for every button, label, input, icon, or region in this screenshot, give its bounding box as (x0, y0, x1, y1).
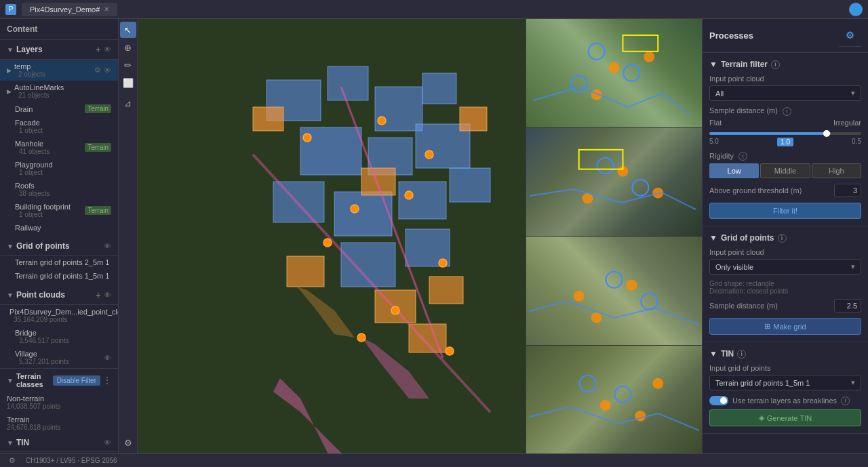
layer-sub: 2 objects (14, 70, 92, 78)
pc-expand-icon[interactable]: ▼ (7, 291, 14, 299)
sample-distance-info-icon[interactable]: i (783, 107, 791, 116)
select-arrow-icon: ▾ (851, 89, 855, 98)
close-icon[interactable]: ✕ (104, 5, 109, 13)
layers-visibility-icon[interactable]: 👁 (104, 45, 111, 54)
generate-tin-button[interactable]: ◈ Generate TIN (709, 409, 861, 426)
main-layout: Content ▼ Layers + 👁 ▶ temp 2 objects ⚙ … (0, 19, 868, 453)
tin-section: ▼ TIN 👁 (0, 434, 118, 452)
svg-point-34 (357, 333, 366, 342)
svg-point-29 (351, 205, 359, 213)
map-canvas[interactable] (138, 19, 526, 453)
layer-item-manhole[interactable]: Manhole 41 objects Terrain (0, 137, 118, 158)
terrain-badge: Terrain (85, 143, 111, 152)
terrain-filter-chevron[interactable]: ▼ (709, 60, 717, 69)
layer-item-autolinemarks[interactable]: ▶ AutoLineMarks 21 objects (0, 81, 118, 102)
tc-more-icon[interactable]: ⋮ (103, 375, 111, 385)
svg-point-53 (591, 312, 602, 323)
tin-select-arrow-icon: ▾ (851, 378, 855, 387)
settings-tool-button[interactable]: ⚙ (120, 434, 136, 451)
generate-icon: ◈ (759, 413, 764, 422)
terrain-badge: Terrain (85, 206, 111, 215)
svg-point-38 (571, 76, 587, 92)
map-svg (138, 19, 526, 453)
grid-info-icon[interactable]: i (778, 234, 787, 243)
pc-item-village[interactable]: Village 5,327,201 points 👁 (0, 347, 118, 368)
layer-item-playground[interactable]: Playground 1 object (0, 158, 118, 179)
bottom-settings-button[interactable]: ⚙ (5, 454, 19, 468)
layer-item-building-footprint[interactable]: Building footprint 1 object Terrain (0, 200, 118, 221)
layer-eye-icon[interactable]: 👁 (104, 66, 111, 75)
svg-rect-42 (623, 35, 658, 52)
filter-it-button[interactable]: Filter it! (709, 203, 861, 219)
svg-rect-13 (399, 182, 446, 219)
layer-item-drain[interactable]: Drain Terrain (0, 102, 118, 116)
above-ground-input[interactable] (834, 184, 861, 197)
village-eye-icon[interactable]: 👁 (104, 354, 111, 362)
rigidity-middle-button[interactable]: Middle (760, 163, 810, 178)
terrain-filter-cloud-select[interactable]: All ▾ (709, 85, 861, 101)
tin-toggle[interactable] (709, 396, 728, 405)
panel1-overlay (526, 19, 702, 127)
grid-sample-distance-input[interactable] (834, 299, 861, 312)
measure-tool-button[interactable]: ⊿ (120, 95, 136, 111)
tin-grid-select[interactable]: Terrain grid of points 1_5m 1 ▾ (709, 375, 861, 390)
grid-cloud-select[interactable]: Only visible ▾ (709, 259, 861, 275)
svg-point-55 (580, 375, 596, 391)
user-icon: 🌐 (849, 3, 863, 16)
add-layer-button[interactable]: + (96, 44, 101, 55)
layers-expand-icon[interactable]: ▼ (7, 46, 14, 54)
tin-expand-icon[interactable]: ▼ (7, 439, 14, 447)
disable-filter-button[interactable]: Disable Filter (53, 375, 100, 386)
point-clouds-section: ▼ Point clouds + 👁 (0, 285, 118, 305)
grid-chevron[interactable]: ▼ (709, 233, 717, 243)
svg-point-35 (446, 347, 454, 355)
grid-item-2[interactable]: Terrain grid of points 1_5m 1 (0, 269, 118, 283)
grid-expand-icon[interactable]: ▼ (7, 243, 14, 250)
pc-eye-icon[interactable]: 👁 (104, 291, 111, 299)
tin-eye-icon[interactable]: 👁 (104, 439, 111, 447)
tin-title: ▼ TIN i (709, 349, 861, 359)
tin-info-icon[interactable]: i (737, 350, 746, 359)
svg-point-28 (425, 150, 433, 159)
processes-panel: Processes ⚙ ▼ Terrain filter i Input poi… (702, 19, 868, 453)
svg-point-36 (589, 43, 605, 60)
svg-point-27 (378, 117, 386, 125)
svg-point-37 (623, 65, 639, 81)
tin-toggle-info-icon[interactable]: i (841, 397, 850, 405)
layer-item-roofs[interactable]: Roofs 38 objects (0, 179, 118, 200)
layer-item-facade[interactable]: Facade 1 object (0, 116, 118, 137)
draw-tool-button[interactable]: ✏ (120, 57, 136, 73)
rigidity-low-button[interactable]: Low (709, 163, 759, 178)
grid-eye-icon[interactable]: 👁 (104, 242, 111, 250)
rigidity-info-icon[interactable]: i (738, 152, 747, 161)
add-pointcloud-button[interactable]: + (96, 289, 101, 300)
slider-values: 5.0 1.0 0.5 (709, 138, 861, 146)
navigate-tool-button[interactable]: ⊕ (120, 39, 136, 56)
sample-distance-slider[interactable] (709, 129, 861, 138)
tc-expand-icon[interactable]: ▼ (7, 377, 14, 384)
svg-rect-20 (287, 256, 324, 287)
layer-item-temp[interactable]: ▶ temp 2 objects ⚙ 👁 (0, 60, 118, 81)
make-grid-button[interactable]: ⊞ Make grid (709, 318, 861, 335)
grid-item-1[interactable]: Terrain grid of points 2_5m 1 (0, 256, 118, 269)
rectangle-tool-button[interactable]: ⬜ (120, 75, 136, 91)
svg-point-54 (614, 386, 631, 402)
layer-expand-icon: ▶ (7, 88, 12, 95)
processes-gear-icon[interactable]: ⚙ (839, 24, 861, 47)
svg-rect-7 (422, 73, 456, 104)
svg-point-56 (635, 410, 646, 421)
tab[interactable]: Pix4Dsurvey_Demo# ✕ (22, 3, 117, 16)
pc-item-main[interactable]: Pix4Dsurvey_Dem...ied_point_cloud 35,164… (0, 305, 118, 326)
grid-input-cloud-label: Input point cloud (709, 248, 861, 256)
image-panel-1 (526, 19, 702, 128)
layer-item-railway[interactable]: Railway (0, 221, 118, 235)
tin-chevron[interactable]: ▼ (709, 349, 717, 359)
rigidity-high-button[interactable]: High (812, 163, 861, 178)
map-area[interactable]: 101 images ⊞ ⊟ (138, 19, 526, 453)
select-tool-button[interactable]: ↖ (120, 22, 136, 38)
pc-item-bridge[interactable]: Bridge 3,546,517 points (0, 326, 118, 347)
svg-point-39 (644, 52, 654, 62)
terrain-filter-info-icon[interactable]: i (771, 60, 780, 69)
layer-gear-icon[interactable]: ⚙ (94, 66, 101, 75)
grid-of-points-section-panel: ▼ Grid of points i Input point cloud Onl… (703, 226, 868, 342)
